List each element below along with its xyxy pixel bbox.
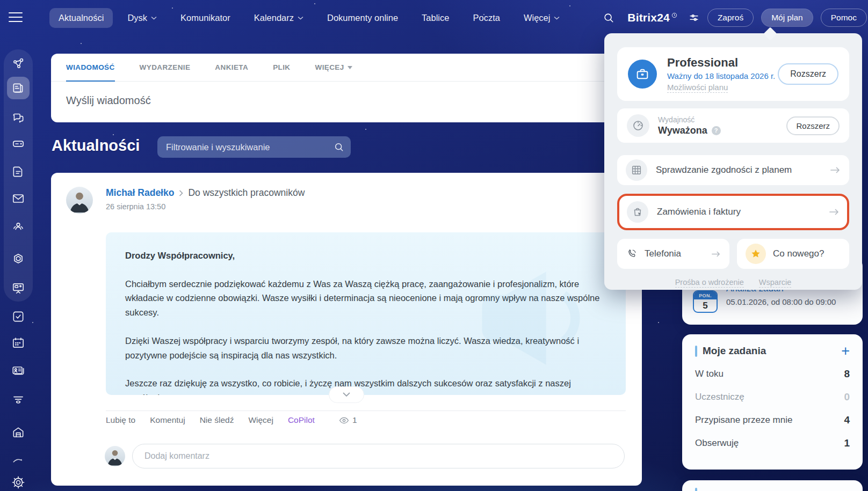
nav-item-aktualnosci[interactable]: Aktualności (49, 8, 113, 28)
more-button[interactable]: Więcej (248, 415, 273, 425)
topbar-right: Bitrix24 Zaproś Mój plan Pomoc (603, 0, 867, 35)
unfollow-button[interactable]: Nie śledź (200, 415, 234, 425)
comment-button[interactable]: Komentuj (150, 415, 185, 425)
avatar[interactable] (66, 187, 93, 214)
page-title: Aktualności (52, 137, 140, 155)
my-plan-button[interactable]: Mój plan (761, 9, 813, 27)
nav-label: Dokumenty online (327, 13, 398, 23)
nav-label: Aktualności (59, 13, 104, 23)
whats-new-item[interactable]: Co nowego? (737, 239, 849, 269)
orders-invoices-item[interactable]: Zamówienia i faktury (617, 194, 849, 230)
copilot-button[interactable]: CoPilot (288, 415, 315, 425)
hamburger-menu-icon[interactable] (9, 12, 23, 24)
like-button[interactable]: Lubię to (106, 415, 135, 425)
filter-search[interactable] (157, 136, 351, 158)
sidebar-item-network[interactable] (7, 52, 30, 75)
plan-valid-until-link[interactable]: Ważny do 18 listopada 2026 r. (667, 71, 775, 80)
event-time: 05.01.2026, od 08:00 do 09:00 (726, 297, 836, 306)
sidebar-item-boards[interactable] (7, 277, 30, 299)
tab-plik[interactable]: PLIK (273, 54, 290, 81)
plan-card: Professional Ważny do 18 listopada 2026 … (617, 47, 849, 101)
tab-wiadomosc[interactable]: WIADOMOŚĆ (66, 54, 115, 82)
sidebar-item-market[interactable] (7, 248, 30, 270)
implementation-request-link[interactable]: Prośba o wdrożenie (675, 278, 744, 288)
task-row-participating[interactable]: Uczestniczę 0 (695, 391, 850, 403)
filter-search-input[interactable] (166, 142, 334, 152)
nav-label: Poczta (473, 13, 500, 23)
message-composer-input[interactable]: Wyślij wiadomość (66, 94, 642, 107)
extend-performance-button[interactable]: Rozszerz (786, 116, 840, 135)
post-audience[interactable]: Do wszystkich pracowników (188, 187, 305, 199)
sidebar-item-documents[interactable] (7, 160, 30, 183)
performance-card: Wydajność Wyważona ? Rozszerz (617, 108, 849, 143)
nav-item-dokumenty-online[interactable]: Dokumenty online (318, 8, 407, 28)
plan-features-link[interactable]: Możliwości planu (667, 83, 728, 93)
sidebar-item-warehouse[interactable] (7, 421, 30, 443)
sidebar-item-sites[interactable] (7, 389, 30, 411)
network-icon (11, 56, 25, 70)
help-icon[interactable]: ? (712, 126, 721, 135)
accent-bar (695, 346, 697, 357)
document-icon (11, 165, 25, 179)
nav-item-poczta[interactable]: Poczta (464, 8, 509, 28)
composer-card: WIADOMOŚĆ WYDARZENIE ANKIETA PLIK WIĘCEJ… (51, 54, 642, 122)
search-icon[interactable] (603, 12, 614, 24)
task-row-in-progress[interactable]: W toku 8 (695, 368, 850, 380)
sidebar-item-settings[interactable] (7, 471, 30, 491)
sidebar-item-feed[interactable] (7, 77, 30, 99)
whiteboard-icon (11, 281, 25, 295)
grid-icon (626, 159, 647, 181)
sidebar-item-sign[interactable] (7, 449, 30, 471)
extend-plan-button[interactable]: Rozszerz (778, 63, 838, 85)
tab-wydarzenie[interactable]: WYDARZENIE (140, 54, 191, 81)
people-icon (11, 219, 25, 233)
task-row-following[interactable]: Obserwuję 1 (695, 437, 850, 449)
nav-item-wiecej[interactable]: Więcej (515, 8, 569, 28)
star-icon (746, 244, 766, 264)
my-plan-popup: Professional Ważny do 18 listopada 2026 … (604, 33, 862, 290)
nav-label: Komunikator (180, 13, 230, 23)
popup-footer-links: Prośba o wdrożenie Wsparcie (617, 278, 849, 288)
tab-ankieta[interactable]: ANKIETA (215, 54, 248, 81)
tab-label: WYDARZENIE (140, 63, 191, 71)
sidebar-item-tasks[interactable] (7, 305, 30, 328)
sidebar-item-mail[interactable] (7, 187, 30, 210)
support-link[interactable]: Wsparcie (759, 278, 791, 288)
sidebar-item-messenger[interactable] (7, 107, 30, 130)
funnel-icon (11, 393, 25, 407)
tab-wiecej[interactable]: WIĘCEJ (315, 54, 352, 81)
phone-icon (626, 248, 638, 260)
nav-item-kalendarz[interactable]: Kalendarz (245, 8, 313, 28)
chevron-right-icon (179, 190, 183, 196)
add-task-button[interactable]: + (841, 346, 850, 356)
chevron-down-icon (298, 16, 303, 20)
sliders-icon[interactable] (688, 12, 700, 24)
search-icon[interactable] (334, 142, 344, 152)
nav-item-komunikator[interactable]: Komunikator (171, 8, 240, 28)
swoosh-icon (11, 453, 25, 467)
sidebar-item-employees[interactable] (7, 215, 30, 238)
nav-label: Kalendarz (254, 13, 294, 23)
post-author-link[interactable]: Michał Radełko (106, 187, 174, 199)
accent-bar (695, 488, 697, 491)
tab-label: PLIK (273, 63, 290, 71)
sidebar-item-calendar[interactable] (7, 332, 30, 354)
comment-input[interactable] (132, 444, 625, 468)
chevron-down-icon (554, 16, 560, 20)
news-feed-icon (11, 81, 25, 95)
plan-compliance-item[interactable]: Sprawdzanie zgodności z planem (617, 155, 849, 185)
task-row-assigned-by-me[interactable]: Przypisane przeze mnie 4 (695, 414, 850, 426)
sidebar-item-drive[interactable] (7, 133, 30, 155)
expand-post-button[interactable] (329, 386, 364, 403)
performance-label: Wydajność (658, 115, 721, 124)
nav-item-tablice[interactable]: Tablice (413, 8, 458, 28)
whats-new-label: Co nowego? (773, 248, 824, 259)
date-badge: PON. 5 (693, 290, 718, 313)
help-button[interactable]: Pomoc (821, 9, 867, 27)
nav-item-dysk[interactable]: Dysk (118, 8, 166, 28)
views-counter[interactable]: 1 (339, 415, 357, 425)
sidebar-item-crm[interactable] (7, 360, 30, 382)
tab-label: WIADOMOŚĆ (66, 63, 115, 71)
invite-button[interactable]: Zaproś (707, 9, 754, 27)
telephony-item[interactable]: Telefonia (617, 239, 729, 269)
